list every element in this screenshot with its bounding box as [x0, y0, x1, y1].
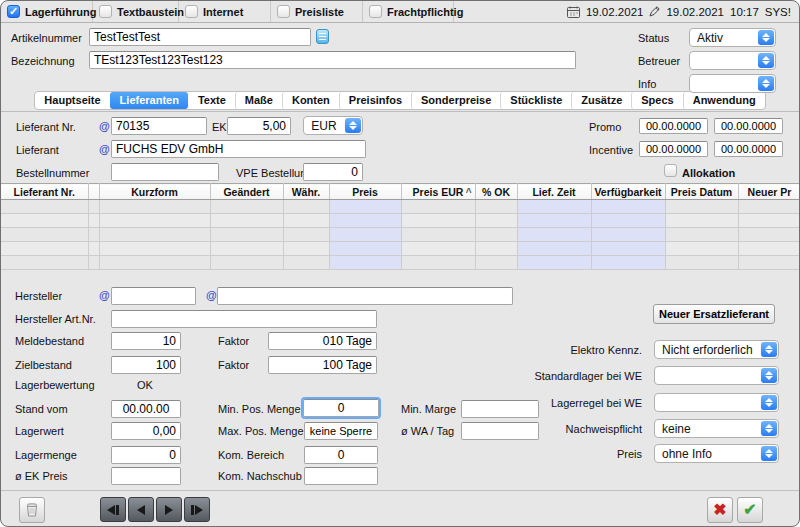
previous-record-button[interactable] — [128, 497, 154, 522]
tab-stueckliste[interactable]: Stückliste — [500, 92, 571, 109]
column-header-neuer-preis[interactable]: Neuer Pr — [738, 184, 800, 200]
column-header-preis-datum[interactable]: Preis Datum — [665, 184, 738, 200]
lieferant-nr-input[interactable] — [111, 117, 207, 135]
column-header-ok-percent[interactable]: % OK — [475, 184, 517, 200]
stepper-icon[interactable] — [761, 342, 777, 357]
checkbox-preisliste[interactable]: Preisliste — [271, 1, 363, 22]
column-header-kurzform[interactable]: Kurzform — [99, 184, 210, 200]
tab-zusaetze[interactable]: Zusätze — [571, 92, 631, 109]
stepper-icon[interactable] — [758, 30, 774, 45]
checkbox-icon[interactable] — [7, 5, 20, 18]
table-row[interactable] — [1, 200, 800, 214]
tab-texte[interactable]: Texte — [188, 92, 235, 109]
wa-tag-input[interactable] — [461, 422, 539, 440]
lieferant-name-input[interactable] — [111, 140, 366, 158]
at-icon[interactable]: @ — [99, 289, 110, 301]
cancel-button[interactable]: ✖ — [707, 497, 733, 523]
checkbox-textbaustein[interactable]: Textbaustein — [93, 1, 179, 22]
tab-hauptseite[interactable]: Hauptseite — [35, 92, 109, 109]
incentive-to-input[interactable] — [714, 141, 783, 157]
at-icon[interactable]: @ — [99, 143, 110, 155]
tab-lieferanten[interactable]: Lieferanten — [110, 92, 188, 109]
zielbestand-input[interactable] — [111, 356, 181, 374]
stepper-icon[interactable] — [761, 368, 777, 383]
table-row[interactable] — [1, 228, 800, 242]
lagermenge-input[interactable] — [111, 446, 181, 464]
promo-from-input[interactable] — [639, 118, 708, 134]
faktor2-input[interactable] — [268, 356, 377, 374]
delete-record-button[interactable] — [19, 497, 45, 523]
elektro-kennz-dropdown[interactable]: Nicht erforderlich — [654, 340, 779, 359]
ek-price-input[interactable] — [227, 117, 291, 135]
next-record-button[interactable] — [156, 497, 182, 522]
stand-vom-input[interactable] — [111, 400, 181, 418]
checkbox-icon[interactable] — [99, 5, 112, 18]
column-header-blank[interactable] — [88, 184, 99, 200]
kom-nachschub-input[interactable] — [304, 467, 378, 485]
allokation-checkbox[interactable] — [664, 164, 677, 177]
tab-anwendung[interactable]: Anwendung — [683, 92, 765, 109]
hersteller-nr-input[interactable] — [111, 287, 196, 305]
tab-specs[interactable]: Specs — [631, 92, 682, 109]
checkbox-icon[interactable] — [369, 5, 382, 18]
checkbox-lagerfuehrung[interactable]: Lagerführung — [1, 1, 93, 22]
checkbox-label: Preisliste — [295, 6, 344, 18]
column-header-lief-zeit[interactable]: Lief. Zeit — [517, 184, 591, 200]
stepper-icon[interactable] — [761, 446, 777, 461]
column-header-preis-eur[interactable]: Preis EUR^ — [401, 184, 475, 200]
vpe-bestellung-input[interactable] — [303, 163, 363, 181]
bestellnummer-input[interactable] — [111, 163, 219, 181]
table-row[interactable] — [1, 214, 800, 228]
at-icon[interactable]: @ — [206, 289, 217, 301]
status-dropdown[interactable]: Aktiv — [689, 28, 776, 47]
artikelnummer-input[interactable] — [89, 28, 311, 46]
checkbox-frachtpflichtig[interactable]: Frachtpflichtig — [363, 1, 454, 22]
lagerwert-input[interactable] — [111, 422, 181, 440]
stepper-icon[interactable] — [758, 76, 774, 91]
column-header-lieferant-nr[interactable]: Lieferant Nr. — [1, 184, 88, 200]
standardlager-dropdown[interactable] — [654, 366, 779, 385]
column-header-preis[interactable]: Preis — [329, 184, 401, 200]
tab-masse[interactable]: Maße — [235, 92, 282, 109]
promo-to-input[interactable] — [714, 118, 783, 134]
currency-dropdown[interactable]: EUR — [303, 116, 363, 135]
tab-preisinfos[interactable]: Preisinfos — [339, 92, 411, 109]
confirm-button[interactable]: ✔ — [737, 497, 763, 523]
meldebestand-input[interactable] — [111, 332, 181, 350]
checkbox-icon[interactable] — [277, 5, 290, 18]
nachweispflicht-dropdown[interactable]: keine — [654, 419, 779, 438]
bezeichnung-input[interactable] — [89, 51, 576, 69]
stepper-icon[interactable] — [761, 395, 777, 410]
betreuer-dropdown[interactable] — [689, 51, 776, 70]
incentive-from-input[interactable] — [639, 141, 708, 157]
max-pos-menge-input[interactable] — [304, 422, 378, 440]
checkbox-internet[interactable]: Internet — [179, 1, 271, 22]
column-header-geaendert[interactable]: Geändert — [210, 184, 283, 200]
table-row[interactable] — [1, 242, 800, 256]
article-list-icon[interactable] — [316, 29, 329, 44]
table-row[interactable] — [1, 256, 800, 270]
checkbox-icon[interactable] — [185, 5, 198, 18]
column-header-waehrung[interactable]: Währ. — [283, 184, 329, 200]
neuer-ersatzlieferant-button[interactable]: Neuer Ersatzlieferant — [653, 304, 775, 324]
column-header-verfuegbarkeit[interactable]: Verfügbarkeit — [591, 184, 665, 200]
ek-preis-input[interactable] — [111, 467, 181, 485]
last-record-button[interactable] — [184, 497, 210, 522]
lagerregel-dropdown[interactable] — [654, 393, 779, 412]
first-record-button[interactable] — [100, 497, 126, 522]
min-pos-menge-input[interactable] — [303, 399, 379, 417]
stepper-icon[interactable] — [758, 53, 774, 68]
faktor1-input[interactable] — [268, 332, 377, 350]
info-dropdown[interactable] — [689, 74, 776, 93]
hersteller-name-input[interactable] — [217, 287, 513, 305]
tab-sonderpreise[interactable]: Sonderpreise — [411, 92, 500, 109]
record-navigation — [100, 497, 210, 522]
preis-info-dropdown[interactable]: ohne Info — [654, 444, 779, 463]
stepper-icon[interactable] — [345, 118, 361, 133]
kom-bereich-input[interactable] — [304, 446, 378, 464]
stepper-icon[interactable] — [761, 421, 777, 436]
hersteller-artnr-input[interactable] — [111, 310, 377, 328]
at-icon[interactable]: @ — [99, 120, 110, 132]
min-marge-input[interactable] — [461, 400, 539, 418]
tab-konten[interactable]: Konten — [282, 92, 339, 109]
